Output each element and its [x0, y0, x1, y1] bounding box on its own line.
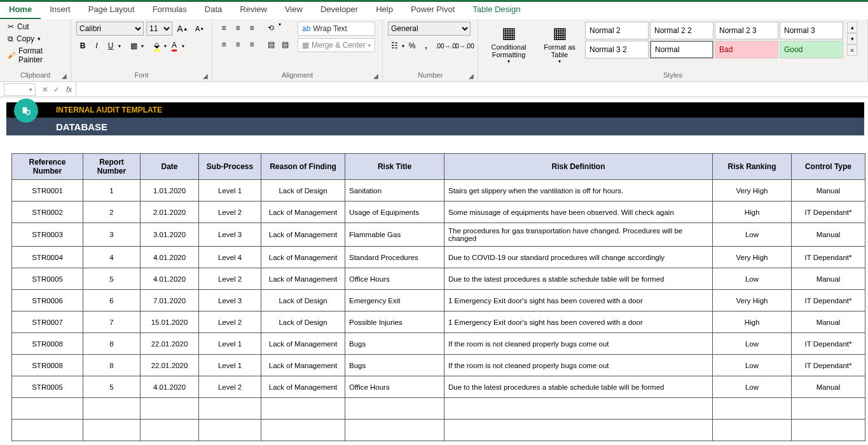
- svg-rect-0: [23, 107, 27, 113]
- borders-button[interactable]: ▦: [127, 39, 140, 52]
- col-header[interactable]: Report Number: [83, 154, 141, 180]
- conditional-formatting-button[interactable]: ▦ Conditional Formatting▾: [483, 22, 534, 65]
- table-row[interactable]: [12, 398, 865, 420]
- tab-page-layout[interactable]: Page Layout: [79, 2, 144, 19]
- tab-home[interactable]: Home: [0, 2, 41, 19]
- group-label-alignment: Alignment: [217, 71, 377, 80]
- tab-help[interactable]: Help: [367, 2, 402, 19]
- scissors-icon: ✂: [8, 22, 14, 31]
- tab-review[interactable]: Review: [231, 2, 276, 19]
- copy-icon: ⧉: [8, 34, 13, 43]
- style-normal-2[interactable]: Normal 2: [585, 22, 649, 39]
- tab-table-design[interactable]: Table Design: [464, 2, 529, 19]
- table-row[interactable]: [12, 420, 865, 441]
- table-row[interactable]: STR000554.01.2020Level 2Lack of Manageme…: [12, 268, 865, 290]
- tab-insert[interactable]: Insert: [41, 2, 79, 19]
- tab-formulas[interactable]: Formulas: [144, 2, 196, 19]
- style-normal-2-2[interactable]: Normal 2 2: [650, 22, 713, 39]
- audit-table[interactable]: Reference Number Report Number Date Sub-…: [11, 153, 865, 441]
- group-label-number: Number: [388, 71, 472, 80]
- table-row[interactable]: STR000444.01.2020Level 4Lack of Manageme…: [12, 247, 865, 268]
- col-header[interactable]: Risk Definition: [444, 154, 713, 180]
- group-label-clipboard: Clipboard: [5, 71, 65, 80]
- ribbon-tabs: Home Insert Page Layout Formulas Data Re…: [0, 0, 868, 19]
- style-normal[interactable]: Normal: [650, 41, 713, 58]
- table-row[interactable]: STR000333.01.2020Level 3Lack of Manageme…: [12, 223, 865, 247]
- fx-icon: fx: [66, 85, 76, 94]
- styles-more[interactable]: ≡: [847, 44, 857, 56]
- comma-button[interactable]: ,: [420, 39, 432, 52]
- style-good[interactable]: Good: [780, 41, 843, 58]
- wrap-text-button[interactable]: abWrap Text: [298, 22, 375, 36]
- template-logo-icon: [14, 99, 38, 123]
- alignment-launcher[interactable]: ◢: [373, 72, 381, 80]
- table-row[interactable]: STR0008822.01.2020Level 1Lack of Managem…: [12, 355, 865, 376]
- align-left-button[interactable]: ≡: [217, 38, 230, 51]
- fill-color-button[interactable]: ⬙: [150, 39, 163, 52]
- table-row[interactable]: STR000111.01.2020Level 1Lack of DesignSa…: [12, 180, 865, 202]
- align-right-button[interactable]: ≡: [245, 38, 258, 51]
- col-header[interactable]: Risk Ranking: [713, 154, 792, 180]
- tab-data[interactable]: Data: [196, 2, 231, 19]
- number-format-select[interactable]: General: [388, 22, 471, 36]
- col-header[interactable]: Control Type: [792, 154, 865, 180]
- decrease-font-button[interactable]: A▼: [193, 22, 207, 35]
- col-header[interactable]: Sub-Process: [199, 154, 261, 180]
- col-header[interactable]: Reason of Finding: [261, 154, 345, 180]
- increase-decimal-button[interactable]: .00→.0: [437, 39, 454, 52]
- tab-view[interactable]: View: [276, 2, 312, 19]
- style-normal-3-2[interactable]: Normal 3 2: [585, 41, 649, 58]
- number-launcher[interactable]: ◢: [469, 72, 476, 80]
- enter-formula-button[interactable]: ✓: [53, 85, 60, 94]
- cell-styles-gallery[interactable]: Normal 2 Normal 2 2 Normal 2 3 Normal 3 …: [585, 22, 843, 58]
- align-top-button[interactable]: ≡: [217, 22, 230, 34]
- orientation-button[interactable]: ⟲: [265, 22, 277, 34]
- styles-scroll-up[interactable]: ▴: [847, 22, 857, 33]
- increase-indent-button[interactable]: ▤: [279, 38, 291, 51]
- styles-scroll-down[interactable]: ▾: [847, 33, 857, 44]
- format-as-table-button[interactable]: ▦ Format as Table▾: [538, 22, 581, 65]
- table-row[interactable]: STR000667.01.2020Level 3Lack of DesignEm…: [12, 290, 865, 312]
- percent-button[interactable]: %: [406, 39, 418, 52]
- merge-center-button[interactable]: ▦Merge & Center▾: [298, 38, 375, 52]
- table-row[interactable]: STR000554.01.2020Level 2Lack of Manageme…: [12, 376, 865, 398]
- font-size-select[interactable]: 11: [146, 22, 172, 36]
- template-subtitle: DATABASE: [56, 121, 107, 132]
- font-name-select[interactable]: Calibri: [76, 22, 144, 36]
- align-middle-button[interactable]: ≡: [231, 22, 244, 34]
- style-bad[interactable]: Bad: [715, 41, 778, 58]
- clipboard-launcher[interactable]: ◢: [62, 72, 69, 80]
- tab-developer[interactable]: Developer: [312, 2, 367, 19]
- italic-button[interactable]: I: [90, 39, 103, 52]
- underline-button[interactable]: U: [104, 39, 117, 52]
- table-row[interactable]: STR0007715.01.2020Level 2Lack of DesignP…: [12, 312, 865, 333]
- currency-button[interactable]: ☷: [388, 39, 401, 52]
- col-header[interactable]: Risk Title: [345, 154, 444, 180]
- decrease-decimal-button[interactable]: .0→.00: [455, 39, 472, 52]
- font-color-button[interactable]: A: [168, 39, 181, 52]
- cancel-formula-button[interactable]: ✕: [42, 85, 48, 94]
- table-row[interactable]: STR0008822.01.2020Level 1Lack of Managem…: [12, 333, 865, 355]
- format-as-table-icon: ▦: [549, 23, 570, 43]
- increase-font-button[interactable]: A▲: [175, 22, 191, 35]
- table-header-row: Reference Number Report Number Date Sub-…: [12, 154, 865, 180]
- style-normal-3[interactable]: Normal 3: [780, 22, 843, 39]
- decrease-indent-button[interactable]: ▤: [265, 38, 277, 51]
- copy-button[interactable]: ⧉Copy▾: [5, 34, 65, 44]
- table-row[interactable]: STR000222.01.2020Level 2Lack of Manageme…: [12, 202, 865, 223]
- style-normal-2-3[interactable]: Normal 2 3: [715, 22, 778, 39]
- align-center-button[interactable]: ≡: [231, 38, 244, 51]
- col-header[interactable]: Reference Number: [12, 154, 83, 180]
- align-bottom-button[interactable]: ≡: [245, 22, 258, 34]
- formula-input[interactable]: [76, 82, 868, 97]
- font-launcher[interactable]: ◢: [203, 72, 210, 80]
- group-label-styles: Styles: [483, 71, 862, 80]
- col-header[interactable]: Date: [141, 154, 199, 180]
- name-box[interactable]: ▾: [4, 83, 36, 96]
- conditional-formatting-icon: ▦: [499, 23, 519, 43]
- tab-power-pivot[interactable]: Power Pivot: [402, 2, 464, 19]
- format-painter-button[interactable]: 🖌Format Painter: [5, 46, 65, 65]
- wrap-icon: ab: [302, 24, 310, 33]
- cut-button[interactable]: ✂Cut: [5, 22, 65, 32]
- bold-button[interactable]: B: [76, 39, 89, 52]
